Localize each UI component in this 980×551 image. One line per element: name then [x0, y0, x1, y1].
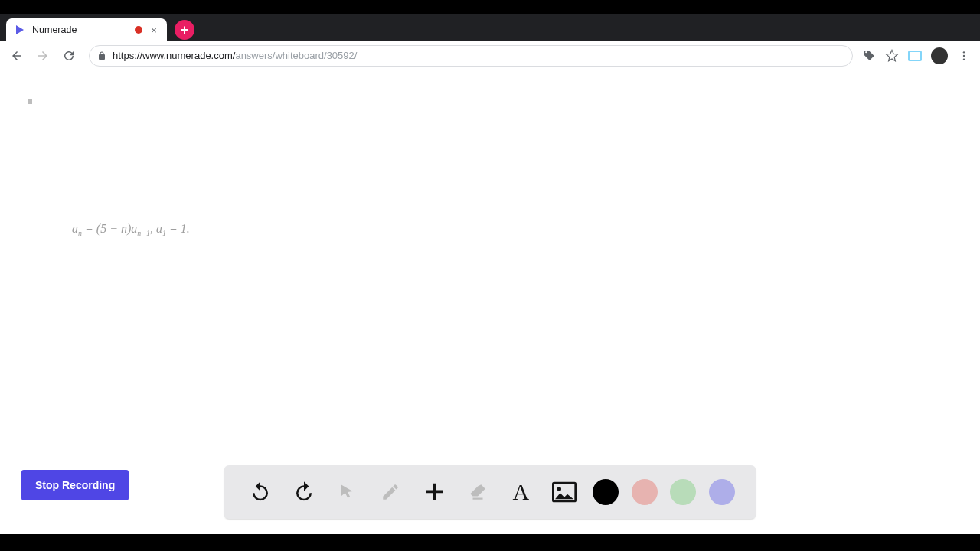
pointer-tool-button[interactable]: [332, 477, 362, 507]
svg-point-5: [557, 487, 561, 491]
toolbar-right: [862, 47, 974, 64]
pen-icon: [381, 482, 400, 502]
redo-icon: [292, 481, 315, 504]
bookmark-star-icon[interactable]: [885, 49, 899, 63]
svg-marker-0: [16, 25, 24, 34]
plus-icon: +: [181, 22, 189, 38]
recording-indicator-icon: [135, 26, 142, 34]
text-tool-button[interactable]: A: [505, 477, 536, 507]
url-path: answers/whiteboard/30592/: [235, 50, 357, 61]
color-blue-swatch[interactable]: [709, 479, 735, 505]
browser-tab-active[interactable]: Numerade ×: [6, 18, 167, 41]
undo-icon: [249, 481, 272, 504]
arrow-left-icon: [10, 49, 24, 63]
tab-strip: Numerade × +: [0, 14, 980, 41]
url-origin: https://www.numerade.com/: [113, 50, 235, 61]
tab-title: Numerade: [32, 24, 129, 35]
formula-text: an = (5 − n)an−1, a1 = 1.: [72, 222, 190, 237]
url-text: https://www.numerade.com/answers/whitebo…: [113, 50, 357, 61]
svg-point-1: [963, 51, 965, 53]
text-icon: A: [513, 479, 530, 505]
letterbox-bottom: [0, 534, 980, 551]
whiteboard-canvas[interactable]: an = (5 − n)an−1, a1 = 1. Stop Recording: [0, 70, 980, 534]
redo-button[interactable]: [289, 477, 319, 507]
svg-point-2: [963, 54, 965, 56]
color-green-swatch[interactable]: [670, 479, 696, 505]
pointer-icon: [337, 482, 357, 502]
reload-button[interactable]: [58, 45, 80, 67]
browser-window: Numerade × + https://www.numerade.com/an…: [0, 14, 980, 534]
tab-close-button[interactable]: ×: [149, 24, 159, 35]
new-tab-button[interactable]: +: [175, 20, 194, 40]
eraser-tool-button[interactable]: [462, 477, 493, 507]
extension-icon[interactable]: [908, 49, 922, 63]
stop-recording-button[interactable]: Stop Recording: [21, 470, 129, 500]
canvas-handle-icon: [28, 99, 32, 104]
reload-icon: [62, 49, 76, 63]
color-black-swatch[interactable]: [593, 479, 619, 505]
svg-point-3: [963, 58, 965, 60]
favicon-icon: [14, 24, 26, 36]
whiteboard-toolbar: A: [224, 465, 756, 519]
profile-avatar[interactable]: [931, 47, 948, 64]
letterbox-top: [0, 0, 980, 14]
arrow-right-icon: [36, 49, 50, 63]
lock-icon: [97, 51, 106, 60]
add-tool-button[interactable]: [419, 477, 449, 507]
plus-icon: [423, 481, 446, 504]
back-button[interactable]: [6, 45, 28, 67]
eraser-icon: [468, 482, 488, 502]
browser-toolbar: https://www.numerade.com/answers/whitebo…: [0, 41, 980, 70]
forward-button[interactable]: [32, 45, 54, 67]
pen-tool-button[interactable]: [375, 477, 406, 507]
image-tool-button[interactable]: [549, 477, 580, 507]
address-bar[interactable]: https://www.numerade.com/answers/whitebo…: [89, 45, 853, 67]
tag-icon[interactable]: [862, 49, 876, 63]
color-red-swatch[interactable]: [632, 479, 658, 505]
undo-button[interactable]: [245, 477, 276, 507]
chrome-menu-button[interactable]: [957, 49, 971, 63]
image-icon: [552, 481, 577, 503]
